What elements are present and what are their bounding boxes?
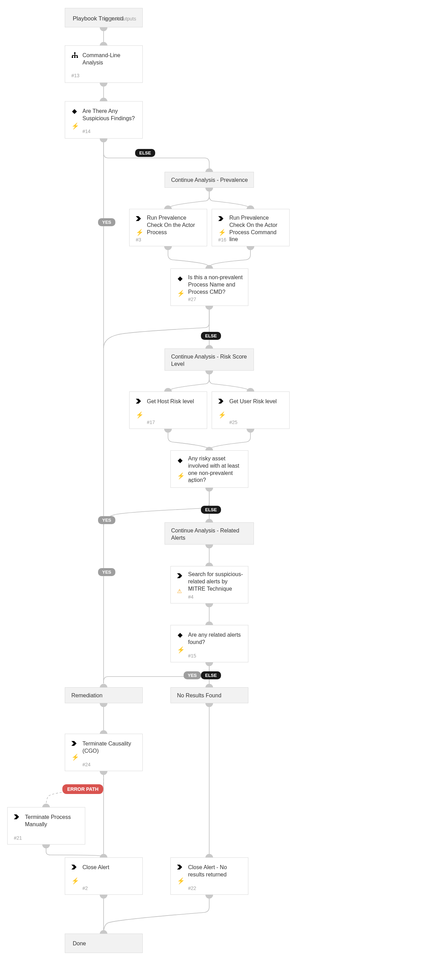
svg-rect-10 (178, 277, 183, 281)
task-title: Run Prevalence Check On the Actor Proces… (147, 215, 203, 236)
task-title: Is this a non-prevalent Process Name and… (188, 274, 244, 296)
task-id: #5 (188, 478, 194, 484)
task-search-related-alerts[interactable]: Search for suspicious-related alerts by … (170, 566, 248, 603)
task-title: Command-Line Analysis (83, 52, 138, 67)
task-id: #17 (147, 420, 155, 425)
task-id: #24 (83, 762, 91, 767)
edge-label-else: ELSE (201, 671, 221, 679)
task-title: Get User Risk level (229, 398, 285, 405)
lightning-icon: ⚡ (136, 229, 143, 236)
connector-out (100, 27, 107, 31)
task-id: #3 (136, 237, 141, 242)
playbook-trigger-io: Inputs / Outputs (102, 16, 136, 21)
edge-label-else: ELSE (135, 149, 155, 157)
chevron-icon (177, 865, 183, 871)
edge-label-else: ELSE (201, 332, 221, 340)
edge-label-yes: YES (184, 671, 201, 679)
task-user-risk-level[interactable]: Get User Risk level ⚡ #25 (212, 391, 290, 429)
section-no-results[interactable]: No Results Found (170, 687, 248, 703)
decision-risky-asset[interactable]: Any risky asset involved with at least o… (170, 450, 248, 488)
section-title: Continue Analysis - Risk Score Level (171, 353, 249, 368)
task-title: Run Prevalence Check On the Actor Proces… (229, 215, 285, 243)
connector-out (247, 429, 254, 433)
task-title: Any risky asset involved with at least o… (188, 455, 244, 484)
connector-out (205, 488, 213, 492)
lightning-icon: ⚡ (177, 646, 185, 654)
task-title: Terminate Process Manually (25, 814, 81, 828)
task-close-alert[interactable]: Close Alert ⚡ #2 (65, 858, 143, 895)
svg-rect-0 (74, 52, 75, 54)
task-command-line-analysis[interactable]: Command-Line Analysis #13 (65, 45, 143, 83)
playbook-done[interactable]: Done (65, 934, 143, 953)
connector-out (100, 895, 107, 899)
connector-out (100, 771, 107, 775)
connector-out (247, 246, 254, 250)
section-title: Remediation (72, 692, 102, 699)
decision-related-alerts-found[interactable]: Are any related alerts found? ⚡ #15 (170, 625, 248, 662)
task-host-risk-level[interactable]: Get Host Risk level ⚡ #17 (129, 391, 207, 429)
section-title: No Results Found (177, 692, 221, 699)
connector-out (205, 895, 213, 899)
lightning-icon: ⚡ (72, 877, 79, 885)
decision-suspicious-findings[interactable]: Are There Any Suspicious Findings? ⚡ #14 (65, 101, 143, 138)
task-terminate-causality[interactable]: Terminate Causality (CGO) ⚡ #24 (65, 734, 143, 771)
section-related-alerts[interactable]: Continue Analysis - Related Alerts (164, 522, 254, 544)
task-id: #4 (188, 594, 194, 600)
chevron-icon (218, 399, 224, 405)
lightning-icon: ⚡ (218, 411, 226, 419)
connector-out (205, 306, 213, 310)
section-title: Continue Analysis - Related Alerts (171, 527, 249, 542)
section-title: Continue Analysis - Prevalence (171, 177, 248, 184)
task-id: #15 (188, 653, 196, 659)
done-title: Done (73, 940, 86, 947)
task-title: Close Alert - No results returned (188, 864, 244, 878)
chevron-icon (218, 216, 224, 223)
connector-out (100, 138, 107, 142)
connector-out (100, 83, 107, 87)
section-prevalence[interactable]: Continue Analysis - Prevalence (164, 172, 254, 188)
lightning-icon: ⚡ (72, 753, 79, 761)
chevron-icon (177, 573, 183, 579)
task-prevalence-actor-cmdline[interactable]: Run Prevalence Check On the Actor Proces… (212, 209, 290, 246)
task-prevalence-actor-process[interactable]: Run Prevalence Check On the Actor Proces… (129, 209, 207, 246)
playbook-icon (72, 52, 78, 60)
edge-label-else: ELSE (201, 506, 221, 514)
chevron-icon (72, 865, 77, 871)
lightning-icon: ⚡ (72, 122, 79, 130)
svg-rect-11 (178, 458, 183, 463)
task-id: #22 (188, 885, 196, 891)
connector-out (164, 246, 172, 250)
task-id: #16 (218, 237, 226, 242)
connector-out (205, 662, 213, 666)
svg-rect-9 (72, 109, 77, 114)
task-terminate-process-manually[interactable]: Terminate Process Manually #21 (7, 807, 85, 845)
task-id: #2 (83, 885, 88, 891)
task-title: Search for suspicious-related alerts by … (188, 571, 244, 592)
warning-icon: ⚠ (177, 588, 182, 595)
task-title: Are any related alerts found? (188, 632, 244, 646)
task-title: Are There Any Suspicious Findings? (83, 108, 138, 122)
connector-out (205, 188, 213, 192)
lightning-icon: ⚡ (177, 290, 185, 297)
task-close-alert-no-results[interactable]: Close Alert - No results returned ⚡ #22 (170, 858, 248, 895)
playbook-trigger[interactable]: Playbook Triggered Inputs / Outputs (65, 8, 143, 27)
connector-out (42, 845, 50, 848)
lightning-icon: ⚡ (136, 411, 143, 419)
chevron-icon (136, 399, 141, 405)
edge-label-yes: YES (98, 568, 115, 576)
task-title: Close Alert (83, 864, 138, 871)
task-id: #25 (229, 420, 237, 425)
edge-label-error-path: ERROR PATH (62, 784, 103, 794)
task-id: #13 (72, 73, 79, 78)
svg-rect-12 (178, 633, 183, 638)
lightning-icon: ⚡ (218, 229, 226, 236)
diamond-icon (177, 632, 183, 640)
section-risk-score[interactable]: Continue Analysis - Risk Score Level (164, 348, 254, 371)
decision-non-prevalent[interactable]: Is this a non-prevalent Process Name and… (170, 269, 248, 306)
diamond-icon (177, 458, 183, 465)
diamond-icon (72, 108, 78, 116)
section-remediation[interactable]: Remediation (65, 687, 143, 703)
lightning-icon: ⚡ (177, 472, 185, 480)
connector-out (205, 544, 213, 548)
lightning-icon: ⚡ (177, 877, 185, 885)
